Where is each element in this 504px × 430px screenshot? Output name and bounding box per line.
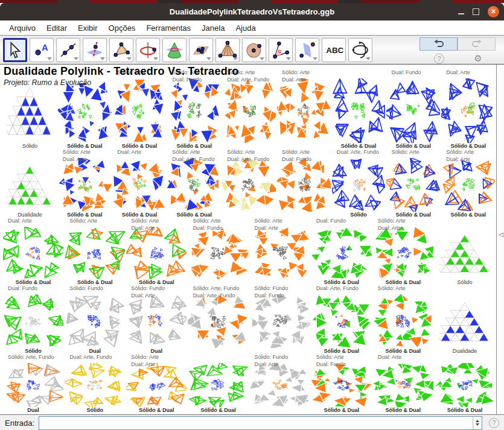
figure-caption: Sólido: ArteDual: Arte xyxy=(378,218,406,232)
svg-text:ABC: ABC xyxy=(326,46,343,55)
figure-cell: Sólido xyxy=(434,218,496,285)
polylink-figure xyxy=(250,227,310,279)
canvas-heading: Dualidade Polylink - Tetraedro Vs. Tetra… xyxy=(4,65,239,87)
plane-tool[interactable] xyxy=(189,38,213,62)
polylink-figure xyxy=(386,158,440,212)
intersect-surfaces-tool[interactable] xyxy=(162,38,187,62)
figure-cell: Dual: Arte, FundoSólido xyxy=(64,354,126,413)
minimize-icon[interactable] xyxy=(458,13,464,14)
chevron-down-icon[interactable] xyxy=(206,57,211,60)
figure-cell: Sólido: ArteDual: Arte, Fundo xyxy=(222,149,276,218)
figure-caption: Sólido: ArteDual: Arte, Fundo xyxy=(227,149,269,163)
line-tool[interactable] xyxy=(56,38,80,62)
redo-button[interactable] xyxy=(458,37,496,51)
figure-label: Sólido & Dual xyxy=(126,407,187,413)
graphics-view[interactable]: Dualidade Polylink - Tetraedro Vs. Tetra… xyxy=(0,65,504,414)
figure-label: Dual xyxy=(2,407,64,413)
polylink-figure xyxy=(373,294,433,348)
figure-label: Dual xyxy=(64,348,126,354)
polylink-figure xyxy=(277,158,331,212)
polylink-figure xyxy=(311,227,372,279)
titlebar[interactable]: DualidadePolylinkTetraedroVsTetraedro.gg… xyxy=(0,3,504,21)
polylink-figure xyxy=(439,232,491,277)
figure-cell: Dual: FundoSólido & Dual xyxy=(386,69,441,149)
pyramid-tool[interactable] xyxy=(215,38,240,62)
spinner-up-down-icon[interactable] xyxy=(473,417,482,429)
figure-caption: Sólido: Arte, Fundo xyxy=(8,354,54,361)
figure-cell: Sólido: FundoDual: Fundo xyxy=(249,285,311,354)
circle-axis-tool[interactable] xyxy=(136,38,160,62)
polylink-figure xyxy=(58,158,112,212)
menu-ajuda[interactable]: Ajuda xyxy=(230,22,261,34)
figure-caption: Sólido: Arte xyxy=(378,285,406,292)
sphere-tool[interactable] xyxy=(242,38,266,62)
gear-icon[interactable]: ⚙ xyxy=(474,54,482,64)
chevron-down-icon[interactable] xyxy=(47,57,52,60)
figure-caption: Sólido: FundoDual: Arte xyxy=(255,354,289,368)
chevron-down-icon[interactable] xyxy=(153,57,158,60)
cone-icon xyxy=(165,40,184,60)
figure-label: Sólido & Dual xyxy=(311,407,372,413)
figure-caption: Dual: Fundo xyxy=(391,69,421,77)
figure-cell: Dual: Arte, FundoSólido xyxy=(331,149,386,218)
help-icon[interactable]: ? xyxy=(489,418,499,428)
figure-cell: Sólido: ArteDual: ArteSólido & Dual xyxy=(126,354,187,413)
chevron-down-icon[interactable] xyxy=(260,57,264,60)
polylink-figure xyxy=(65,227,125,279)
figure-cell: Dual: ArteSólido & Dual xyxy=(372,354,434,413)
panel-collapse-arrow-icon[interactable]: ◁ xyxy=(499,231,503,238)
close-icon[interactable]: × xyxy=(488,6,499,17)
chevron-down-icon[interactable] xyxy=(366,57,371,60)
perpendicular-line-tool[interactable] xyxy=(83,38,107,62)
menu-janela[interactable]: Janela xyxy=(196,22,230,34)
menu-exibir[interactable]: Exibir xyxy=(72,22,103,34)
figure-label: Sólido & Dual xyxy=(386,143,441,149)
figure-caption: Sólido: ArteDual: Arte xyxy=(282,69,310,83)
polylink-figure xyxy=(373,227,433,279)
polylink-figure xyxy=(222,158,276,212)
rotate-view-tool[interactable] xyxy=(348,38,372,62)
undo-button[interactable] xyxy=(419,37,458,51)
polylink-figure xyxy=(441,78,495,143)
menu-ferramentas[interactable]: Ferramentas xyxy=(141,22,196,34)
chevron-down-icon[interactable] xyxy=(74,57,78,60)
figure-caption: Sólido: ArteDual: Fundo xyxy=(282,149,311,163)
figure-caption: Sólido: ArteDual: Arte xyxy=(131,354,159,368)
figure-caption: Sólido: ArteDual: Fundo xyxy=(316,354,346,368)
figure-caption: Sólido: Fundo xyxy=(69,285,103,292)
figure-cell: Sólido: ArteDual: ArteSólido & Dual xyxy=(126,218,187,285)
maximize-icon[interactable] xyxy=(473,8,479,15)
move-tool[interactable] xyxy=(3,38,27,62)
figure-cell: Sólido: ArteDual: ArteSólido & Dual xyxy=(372,218,434,285)
reflect-plane-tool[interactable] xyxy=(295,38,319,62)
figure-cell: Sólido: ArteDual: ArteSólido & Dual xyxy=(441,149,496,218)
polylink-figure xyxy=(7,163,53,210)
chevron-down-icon[interactable] xyxy=(286,57,291,60)
polylink-figure xyxy=(188,363,248,407)
point-tool[interactable]: A xyxy=(30,38,54,62)
figure-caption: Dual: Arte xyxy=(118,149,142,156)
polylink-figure xyxy=(188,227,248,279)
menubar: Arquivo Editar Exibir Opções Ferramentas… xyxy=(0,21,504,36)
angle-tool[interactable]: α xyxy=(269,38,293,62)
menu-arquivo[interactable]: Arquivo xyxy=(4,22,41,34)
chevron-down-icon[interactable] xyxy=(233,57,238,60)
polylink-figure xyxy=(311,294,372,348)
figure-label: Sólido & Dual xyxy=(441,143,496,149)
chevron-down-icon[interactable] xyxy=(127,57,132,60)
figure-label: Sólido xyxy=(64,407,126,413)
text-tool[interactable]: ABC xyxy=(322,38,346,62)
menu-editar[interactable]: Editar xyxy=(41,22,72,34)
figure-cell: Dual: FundoSólido & Dual xyxy=(311,218,372,285)
figure-caption: Sólido: Arte xyxy=(69,218,97,225)
entrada-input[interactable] xyxy=(39,418,473,428)
help-icon[interactable]: ? xyxy=(434,54,444,64)
chevron-down-icon[interactable] xyxy=(100,57,105,60)
polygon-tool[interactable] xyxy=(109,38,133,62)
polylink-figure xyxy=(188,294,248,348)
chevron-down-icon[interactable] xyxy=(313,57,317,60)
figure-cell: Sólido: ArteSólido & Dual xyxy=(64,218,126,285)
figure-row: Dual: ArteSólido & DualSólido: ArteSólid… xyxy=(2,218,496,285)
menu-opcoes[interactable]: Opções xyxy=(103,22,141,34)
figure-cell: Sólido: ArteSólido & Dual xyxy=(372,285,434,354)
